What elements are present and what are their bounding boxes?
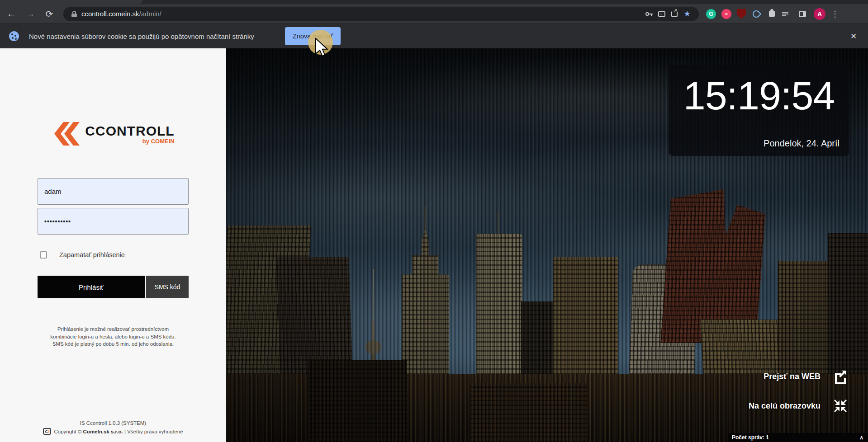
- close-icon[interactable]: ✕: [848, 31, 859, 42]
- username-input[interactable]: [38, 178, 189, 205]
- ccontroll-logo: CCONTROLL by COMEIN: [0, 122, 226, 146]
- extensions-area: G ≈: [706, 9, 807, 19]
- logo-chevrons-icon: [52, 122, 80, 146]
- password-key-icon[interactable]: [643, 8, 655, 20]
- bookmark-star-icon[interactable]: ★: [681, 8, 693, 20]
- browser-menu-icon[interactable]: ⋮: [831, 9, 839, 19]
- copyright-text: Copyright © ComeIn.sk s.r.o. | Všetky pr…: [54, 429, 183, 434]
- fullscreen-button[interactable]: Na celú obrazovku: [749, 397, 849, 415]
- password-input[interactable]: [38, 208, 189, 235]
- login-panel: CCONTROLL by COMEIN Zapamätať prihláseni…: [0, 48, 226, 442]
- grammarly-extension-icon[interactable]: G: [706, 9, 716, 19]
- url-path: /admin/: [139, 10, 161, 18]
- fullscreen-label: Na celú obrazovku: [749, 401, 821, 411]
- login-button[interactable]: Prihlásiť: [38, 276, 145, 298]
- message-count-label: Počet správ: 1: [732, 434, 859, 441]
- pink-extension-icon[interactable]: ≈: [721, 9, 731, 19]
- forward-icon[interactable]: →: [23, 6, 38, 22]
- external-link-icon[interactable]: [831, 367, 849, 386]
- remember-login-label: Zapamätať prihlásenie: [59, 251, 125, 259]
- antenna: [424, 207, 426, 229]
- tab-strip: [0, 0, 868, 4]
- cookie-notification-bar: Nové nastavenia súborov cookie sa použij…: [0, 24, 868, 48]
- messages-bar[interactable]: Počet správ: 1 ∧: [728, 433, 868, 442]
- droplet-extension-icon[interactable]: [751, 9, 761, 19]
- fullscreen-icon[interactable]: [831, 397, 849, 415]
- install-app-icon[interactable]: [655, 8, 668, 20]
- clock-time: 15:19:54: [669, 73, 849, 119]
- system-version: IS Ccontroll 1.0.3 (SYSTEM): [0, 420, 226, 426]
- extensions-puzzle-icon[interactable]: [767, 9, 777, 19]
- login-info-text: Prihlásenie je možné realizovať prostred…: [0, 325, 226, 348]
- url-text[interactable]: ccontroll.comein.sk/admin/: [81, 10, 161, 18]
- reload-icon[interactable]: ⟳: [42, 6, 57, 22]
- remember-login-row: Zapamätať prihlásenie: [40, 251, 125, 259]
- remember-login-checkbox[interactable]: [40, 251, 47, 259]
- back-icon[interactable]: ←: [4, 6, 19, 22]
- browser-toolbar: ← → ⟳ ccontroll.comein.sk/admin/ ★ G ≈ A…: [0, 4, 868, 24]
- playlist-icon[interactable]: [782, 9, 792, 19]
- reload-page-button[interactable]: Znova načítať: [285, 27, 341, 45]
- comein-logo-icon: CI: [43, 428, 51, 435]
- login-footer: IS Ccontroll 1.0.3 (SYSTEM) CI Copyright…: [0, 420, 226, 435]
- share-icon[interactable]: [668, 8, 681, 20]
- go-to-web-label: Prejsť na WEB: [764, 372, 821, 381]
- clock-widget: 15:19:54 Pondelok, 24. Apríl: [669, 65, 849, 156]
- url-domain: ccontroll.comein.sk: [81, 10, 139, 18]
- antenna: [498, 211, 499, 235]
- info-line-2: kombinácie login-u a hesla, alebo login-…: [0, 333, 226, 341]
- ublock-extension-icon[interactable]: [737, 9, 746, 19]
- profile-avatar[interactable]: A: [814, 8, 825, 20]
- active-tab[interactable]: [0, 0, 142, 4]
- sms-code-button[interactable]: SMS kód: [146, 276, 189, 298]
- cityscape-background: 15:19:54 Pondelok, 24. Apríl Prejsť na W…: [226, 48, 868, 442]
- go-to-web-button[interactable]: Prejsť na WEB: [764, 367, 849, 386]
- building: [470, 383, 588, 442]
- chevron-up-icon[interactable]: ∧: [859, 434, 863, 441]
- browser-chrome: ← → ⟳ ccontroll.comein.sk/admin/ ★ G ≈ A…: [0, 0, 868, 24]
- cookie-message: Nové nastavenia súborov cookie sa použij…: [29, 33, 254, 40]
- logo-wordmark: CCONTROLL: [85, 123, 174, 139]
- info-line-3: SMS kód je platný po dobu 5 min. od jeho…: [0, 340, 226, 348]
- logo-byline: by COMEIN: [142, 138, 175, 145]
- address-bar[interactable]: ccontroll.comein.sk/admin/ ★: [63, 7, 699, 21]
- info-line-1: Prihlásenie je možné realizovať prostred…: [0, 325, 226, 333]
- lock-icon[interactable]: [71, 11, 77, 17]
- cookie-icon: [9, 31, 19, 41]
- side-panel-icon[interactable]: [797, 9, 807, 19]
- clock-date: Pondelok, 24. Apríl: [764, 138, 840, 149]
- building: [308, 360, 407, 442]
